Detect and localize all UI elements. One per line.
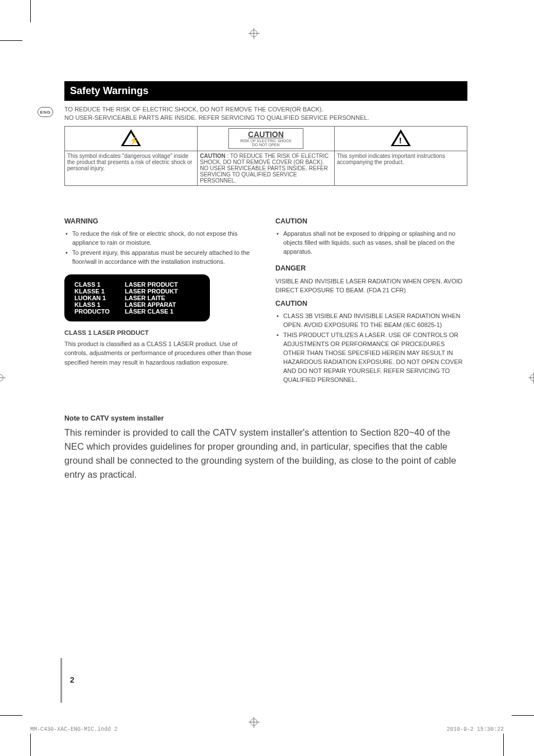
registration-mark-icon: [528, 372, 534, 384]
caution-label-small-2: DO NOT OPEN: [240, 143, 291, 147]
laser-row-r: LASER APPARAT: [125, 301, 176, 308]
laser-row-l: CLASS 1: [74, 281, 125, 288]
caution-col-3: This symbol indicates important instruct…: [334, 151, 467, 186]
caution-col-2: CAUTION : TO REDUCE THE RISK OF ELECTRIC…: [198, 151, 334, 186]
footer-left: MM-C430-XAC-ENG-MIC.indd 2: [30, 726, 118, 732]
danger-body: VISIBLE AND INVISIBLE LASER RADIATION WH…: [275, 277, 467, 295]
note-heading: Note to CATV system installer: [64, 414, 467, 422]
caution-col-2-bold: CAUTION: [200, 153, 226, 159]
registration-mark-icon: [0, 372, 6, 384]
warning-item: To prevent injury, this apparatus must b…: [64, 249, 256, 267]
class1-body: This product is classified as a CLASS 1 …: [64, 339, 256, 367]
intro-line-2: NO USER-SERVICEABLE PARTS ARE INSIDE. RE…: [64, 114, 467, 122]
caution-label-box: CAUTION RISK OF ELECTRIC SHOCK DO NOT OP…: [228, 128, 303, 149]
danger-heading: DANGER: [275, 264, 467, 272]
laser-row-l: KLASSE 1: [74, 288, 125, 295]
caution2-item: CLASS 3B VISIBLE AND INVISIBLE LASER RAD…: [275, 312, 467, 330]
laser-row-r: LASER LAITE: [125, 295, 165, 301]
intro-text: TO REDUCE THE RISK OF ELECTRIC SHOCK, DO…: [64, 105, 467, 123]
caution2-heading: CAUTION: [275, 300, 467, 307]
registration-mark-icon: [249, 717, 260, 728]
left-column: WARNING To reduce the risk of fire or el…: [64, 217, 256, 392]
warning-item: To reduce the risk of fire or electric s…: [64, 230, 256, 248]
registration-mark-icon: [249, 28, 260, 39]
warning-heading: WARNING: [64, 217, 256, 225]
caution-list: Apparatus shall not be exposed to drippi…: [275, 230, 467, 256]
language-badge: ENG: [38, 107, 53, 117]
right-column: CAUTION Apparatus shall not be exposed t…: [275, 217, 467, 392]
footer-right: 2010-9-2 15:30:22: [447, 726, 504, 732]
caution-label-small-1: RISK OF ELECTRIC SHOCK: [240, 139, 291, 143]
intro-line-1: TO REDUCE THE RISK OF ELECTRIC SHOCK, DO…: [64, 105, 467, 114]
laser-row-l: LUOKAN 1: [74, 295, 125, 301]
caution-label-big: CAUTION: [240, 130, 291, 139]
class1-heading: CLASS 1 LASER PRODUCT: [64, 329, 256, 336]
caution-heading: CAUTION: [275, 217, 467, 225]
caution-item: Apparatus shall not be exposed to drippi…: [275, 230, 467, 256]
warning-list: To reduce the risk of fire or electric s…: [64, 230, 256, 267]
laser-class-box: CLASS 1LASER PRODUCT KLASSE 1LASER PRODU…: [64, 274, 210, 321]
caution2-item: THIS PRODUCT UTILIZES A LASER. USE OF CO…: [275, 331, 467, 385]
caution-table: ⚡ CAUTION RISK OF ELECTRIC SHOCK DO NOT …: [64, 126, 467, 186]
laser-row-r: LASER PRODUCT: [125, 281, 178, 288]
laser-row-r: LASER PRODUKT: [125, 288, 178, 295]
page-number: 2: [70, 675, 74, 684]
laser-row-l: KLASS 1: [74, 301, 125, 308]
page-title: Safety Warnings: [64, 81, 467, 101]
page-number-bar: [60, 658, 62, 703]
caution2-list: CLASS 3B VISIBLE AND INVISIBLE LASER RAD…: [275, 312, 467, 385]
caution-col-1: This symbol indicates "dangerous voltage…: [65, 151, 198, 186]
note-body: This reminder is provided to call the CA…: [64, 426, 467, 481]
lightning-triangle-icon: ⚡: [121, 129, 141, 146]
laser-row-r: LÁSER CLASE 1: [125, 308, 174, 315]
laser-row-l: PRODUCTO: [74, 308, 125, 315]
exclamation-triangle-icon: !: [391, 129, 411, 146]
